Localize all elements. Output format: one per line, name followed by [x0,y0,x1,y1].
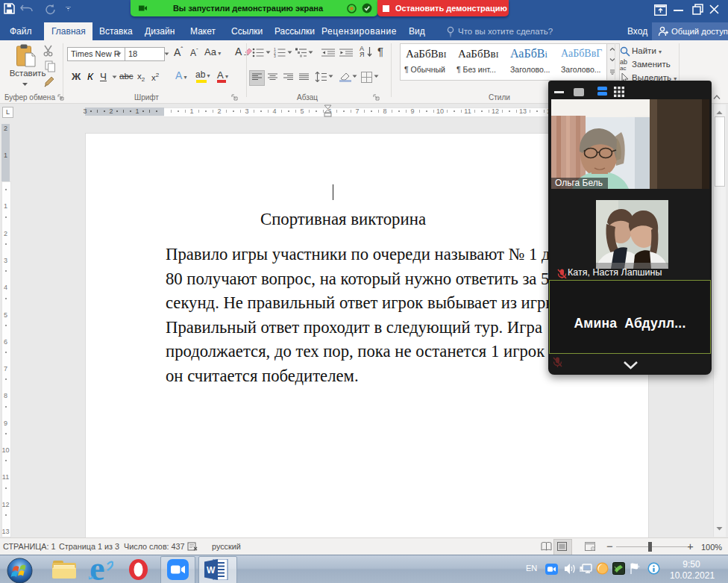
svg-text:3: 3 [274,54,276,57]
svg-text:W: W [207,565,216,576]
